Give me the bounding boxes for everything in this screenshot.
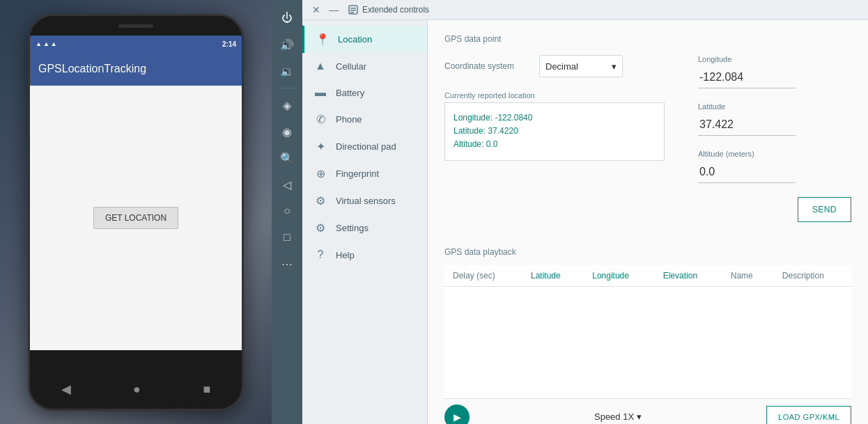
back-button[interactable]: ◁	[274, 172, 300, 197]
wifi-icon: ▲	[43, 40, 49, 47]
coordinate-system-row: Coordinate system Decimal ▾	[444, 55, 665, 77]
speed-chevron: ▾	[637, 411, 642, 422]
close-button[interactable]: ✕	[308, 3, 325, 17]
controls-main: GPS data point Coordinate system Decimal…	[428, 20, 868, 424]
svg-rect-3	[350, 12, 354, 13]
rotate-button[interactable]: ◈	[274, 93, 300, 118]
sidebar-item-settings[interactable]: ⚙ Settings	[302, 214, 427, 242]
sidebar-label-dpad: Directional pad	[336, 141, 396, 152]
phone-speaker	[118, 24, 153, 28]
reported-line1: Longitude: -122.0840	[454, 111, 656, 125]
col-delay: Delay (sec)	[444, 265, 522, 287]
dropdown-chevron: ▾	[612, 61, 617, 72]
longitude-label: Longitude	[698, 55, 851, 63]
sidebar-item-battery[interactable]: ▬ Battery	[302, 79, 427, 106]
controls-top-bar: ✕ — Extended controls	[302, 0, 868, 20]
location-icon: 📍	[316, 33, 330, 46]
playback-table-body	[444, 287, 851, 398]
emulator-toolbar: ⏻ 🔊 🔉 ◈ ◉ 🔍 ◁ ○ □ ⋯	[272, 0, 302, 424]
phone-status-left: ▲ ▲ ▲	[36, 40, 57, 47]
speed-label: Speed 1X	[594, 411, 634, 422]
fingerprint-icon: ⊕	[313, 167, 327, 180]
overview-button[interactable]: ○	[274, 198, 300, 223]
sidebar-item-help[interactable]: ? Help	[302, 242, 427, 268]
phone-content: GET LOCATION	[30, 86, 242, 350]
power-button[interactable]: ⏻	[274, 6, 300, 31]
phone-top-bar	[30, 16, 242, 36]
speed-dropdown[interactable]: Speed 1X ▾	[594, 411, 642, 422]
altitude-input[interactable]	[698, 161, 796, 183]
gps-section-title: GPS data point	[444, 34, 851, 44]
altitude-label: Altitude (meters)	[698, 150, 851, 158]
panel-title: Extended controls	[362, 5, 429, 15]
latitude-group: Latitude	[698, 102, 851, 136]
reported-location-box: Longitude: -122.0840 Latitude: 37.4220 A…	[444, 102, 665, 161]
sidebar-label-cellular: Cellular	[336, 61, 366, 72]
latitude-label: Latitude	[698, 102, 851, 111]
battery-icon: ▬	[313, 86, 327, 99]
svg-rect-1	[350, 8, 356, 9]
sidebar-label-virtual-sensors: Virtual sensors	[336, 196, 396, 206]
coordinate-system-dropdown[interactable]: Decimal ▾	[539, 55, 623, 77]
sidebar-item-fingerprint[interactable]: ⊕ Fingerprint	[302, 160, 427, 187]
longitude-input[interactable]	[698, 66, 796, 88]
volume-down-button[interactable]: 🔉	[274, 58, 300, 84]
zoom-button[interactable]: 🔍	[274, 146, 300, 171]
phone-nav-bar: ◀ ● ■	[30, 370, 242, 409]
sidebar-label-battery: Battery	[336, 88, 364, 98]
longitude-group: Longitude	[698, 55, 851, 88]
screenshot-button[interactable]: ◉	[274, 119, 300, 144]
cellular-icon: ▲	[313, 60, 327, 72]
phone-status-bar: ▲ ▲ ▲ 2:14	[30, 36, 242, 52]
reported-line2: Latitude: 37.4220	[454, 125, 656, 138]
load-gpx-button[interactable]: LOAD GPX/KML	[766, 406, 851, 425]
help-icon: ?	[313, 249, 327, 261]
col-elevation: Elevation	[655, 265, 722, 287]
sidebar-item-phone[interactable]: ✆ Phone	[302, 106, 427, 133]
play-button[interactable]: ▶	[444, 405, 470, 425]
nav-recent-icon[interactable]: ■	[203, 382, 210, 397]
send-row: SEND	[698, 197, 851, 222]
extended-controls-panel: ✕ — Extended controls 📍 Location ▲ Cellu…	[302, 0, 868, 424]
playback-table-header: Delay (sec) Latitude Longitude Elevation…	[444, 265, 851, 287]
sidebar-label-location: Location	[338, 34, 372, 45]
latitude-input[interactable]	[698, 113, 796, 136]
sidebar-item-location[interactable]: 📍 Location	[302, 26, 427, 53]
signal-icon: ▲	[51, 40, 57, 47]
controls-body: 📍 Location ▲ Cellular ▬ Battery ✆ Phone …	[302, 20, 868, 424]
sidebar-label-help: Help	[336, 250, 355, 260]
dpad-icon: ✦	[313, 140, 327, 153]
phone-frame: ▲ ▲ ▲ 2:14 GPSLocationTracking GET LOCAT…	[28, 14, 244, 411]
volume-up-button[interactable]: 🔊	[274, 32, 300, 57]
minimize-button[interactable]: —	[325, 3, 343, 17]
phone-icon: ✆	[313, 113, 327, 126]
get-location-button[interactable]: GET LOCATION	[93, 207, 178, 229]
reported-location-label: Currently reported location	[444, 91, 665, 100]
nav-home-icon[interactable]: ●	[133, 382, 141, 397]
svg-rect-2	[350, 10, 356, 11]
sidebar-item-virtual-sensors[interactable]: ⚙ Virtual sensors	[302, 187, 427, 214]
send-button[interactable]: SEND	[798, 197, 851, 222]
gps-playback-section: GPS data playback Delay (sec) Latitude L…	[444, 247, 851, 424]
nav-back-icon[interactable]: ◀	[61, 382, 71, 397]
square-button[interactable]: □	[274, 225, 300, 250]
playback-empty-row	[444, 287, 851, 398]
sidebar-item-cellular[interactable]: ▲ Cellular	[302, 53, 427, 79]
col-description: Description	[774, 265, 851, 287]
coordinate-system-value: Decimal	[545, 61, 578, 72]
sidebar-item-dpad[interactable]: ✦ Directional pad	[302, 133, 427, 160]
sidebar-label-settings: Settings	[336, 223, 369, 233]
toolbar-divider-1	[277, 88, 297, 88]
phone-app-title: GPSLocationTracking	[38, 63, 146, 75]
phone-app-bar: GPSLocationTracking	[30, 52, 242, 86]
device-area: ▲ ▲ ▲ 2:14 GPSLocationTracking GET LOCAT…	[0, 0, 272, 424]
reported-location-group: Currently reported location Longitude: -…	[444, 91, 665, 161]
col-latitude: Latitude	[522, 265, 584, 287]
controls-sidebar: 📍 Location ▲ Cellular ▬ Battery ✆ Phone …	[302, 20, 428, 424]
extended-controls-button[interactable]: ⋯	[274, 251, 300, 276]
coordinate-system-label: Coordinate system	[444, 61, 528, 71]
settings-icon: ⚙	[313, 221, 327, 235]
phone-status-time: 2:14	[222, 40, 236, 48]
playback-footer: ▶ Speed 1X ▾ LOAD GPX/KML	[444, 398, 851, 425]
playback-table: Delay (sec) Latitude Longitude Elevation…	[444, 265, 851, 398]
